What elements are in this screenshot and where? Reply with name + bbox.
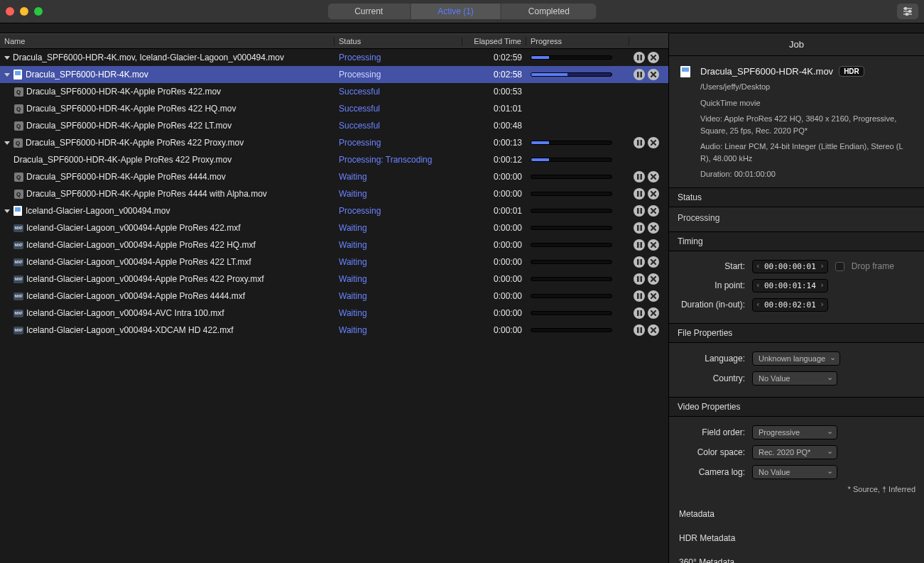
job-row[interactable]: MXFIceland-Glacier-Lagoon_v000494-Apple … xyxy=(0,253,668,270)
svg-rect-30 xyxy=(637,225,639,231)
pause-button[interactable] xyxy=(634,239,645,251)
row-name: Dracula_SPF6000-HDR-4K-Apple ProRes 422 … xyxy=(13,155,232,165)
file-name: Dracula_SPF6000-HDR-4K.mov xyxy=(700,66,833,77)
inspector-toggle-button[interactable] xyxy=(897,4,918,19)
close-window-button[interactable] xyxy=(6,7,14,16)
pause-button[interactable] xyxy=(634,324,645,336)
start-stepper[interactable]: 00:00:00:01 xyxy=(752,260,828,273)
mov-file-icon xyxy=(13,206,23,216)
drop-frame-label: Drop frame xyxy=(852,261,894,271)
disclosure-triangle-icon[interactable] xyxy=(4,56,10,60)
cancel-button[interactable] xyxy=(648,239,659,251)
minimize-window-button[interactable] xyxy=(20,7,28,16)
job-row[interactable]: MXFIceland-Glacier-Lagoon_v000494-AVC In… xyxy=(0,305,668,322)
videoprops-footnote: * Source, † Inferred xyxy=(678,485,915,493)
svg-rect-18 xyxy=(637,174,639,180)
threesixty-metadata-section-header[interactable]: 360° Metadata xyxy=(669,550,924,564)
metadata-section-header[interactable]: Metadata xyxy=(669,502,924,526)
progress-bar xyxy=(531,158,612,162)
cancel-button[interactable] xyxy=(648,137,659,148)
row-status: Waiting xyxy=(335,240,462,250)
language-select[interactable]: Unknown language xyxy=(752,351,840,366)
column-status[interactable]: Status xyxy=(335,37,462,45)
pause-icon xyxy=(637,208,642,214)
cancel-button[interactable] xyxy=(648,52,659,63)
pause-icon xyxy=(637,174,642,180)
zoom-window-button[interactable] xyxy=(34,7,43,16)
tab-completed[interactable]: Completed xyxy=(501,4,597,19)
svg-rect-14 xyxy=(637,140,639,146)
inpoint-stepper[interactable]: 00:00:01:14 xyxy=(752,279,828,293)
job-row[interactable]: MXFIceland-Glacier-Lagoon_v000494-Apple … xyxy=(0,236,668,253)
job-row[interactable]: Dracula_SPF6000-HDR-4K-Apple ProRes 422 … xyxy=(0,151,668,168)
job-row[interactable]: QDracula_SPF6000-HDR-4K-Apple ProRes 422… xyxy=(0,83,668,100)
disclosure-triangle-icon[interactable] xyxy=(4,73,10,77)
svg-rect-27 xyxy=(640,208,642,214)
column-name[interactable]: Name xyxy=(0,37,335,45)
row-name: Iceland-Glacier-Lagoon_v000494-Apple Pro… xyxy=(26,223,241,233)
tab-current[interactable]: Current xyxy=(327,4,411,19)
pause-button[interactable] xyxy=(634,52,645,63)
duration-stepper[interactable]: 00:00:02:01 xyxy=(752,298,828,312)
progress-bar xyxy=(531,226,612,230)
cancel-button[interactable] xyxy=(648,171,659,182)
hdr-badge: HDR xyxy=(839,66,864,77)
column-elapsed[interactable]: Elapsed Time xyxy=(462,37,526,45)
tab-active[interactable]: Active (1) xyxy=(411,4,501,19)
pause-button[interactable] xyxy=(634,69,645,80)
cancel-button[interactable] xyxy=(648,205,659,217)
job-row[interactable]: Dracula_SPF6000-HDR-4K.movProcessing0:02… xyxy=(0,66,668,83)
cancel-icon xyxy=(651,242,656,248)
cancel-button[interactable] xyxy=(648,69,659,80)
pause-icon xyxy=(637,140,642,146)
pause-button[interactable] xyxy=(634,222,645,234)
queue-tab-switcher: Current Active (1) Completed xyxy=(327,4,597,19)
country-select[interactable]: No Value xyxy=(752,371,837,386)
job-row[interactable]: QDracula_SPF6000-HDR-4K-Apple ProRes 444… xyxy=(0,185,668,202)
disclosure-triangle-icon[interactable] xyxy=(4,209,10,213)
pause-button[interactable] xyxy=(634,307,645,319)
cancel-button[interactable] xyxy=(648,324,659,336)
cancel-button[interactable] xyxy=(648,188,659,199)
job-row[interactable]: MXFIceland-Glacier-Lagoon_v000494-XDCAM … xyxy=(0,322,668,339)
pause-button[interactable] xyxy=(634,256,645,268)
pause-button[interactable] xyxy=(634,137,645,148)
cancel-button[interactable] xyxy=(648,290,659,302)
fieldorder-select[interactable]: Progressive xyxy=(752,425,837,439)
disclosure-triangle-icon[interactable] xyxy=(4,141,10,145)
pause-button[interactable] xyxy=(634,205,645,217)
q-file-icon: Q xyxy=(13,104,23,114)
cancel-button[interactable] xyxy=(648,273,659,285)
job-row[interactable]: MXFIceland-Glacier-Lagoon_v000494-Apple … xyxy=(0,270,668,288)
pause-button[interactable] xyxy=(634,290,645,302)
drop-frame-checkbox[interactable] xyxy=(835,262,844,271)
pause-icon xyxy=(637,242,642,248)
toolbar-spacer xyxy=(0,23,924,33)
column-progress[interactable]: Progress xyxy=(526,37,629,45)
cancel-button[interactable] xyxy=(648,222,659,234)
cameralog-select[interactable]: No Value xyxy=(752,465,837,479)
pause-button[interactable] xyxy=(634,273,645,285)
svg-rect-22 xyxy=(637,191,639,197)
colorspace-select[interactable]: Rec. 2020 PQ* xyxy=(752,445,837,459)
job-row[interactable]: QDracula_SPF6000-HDR-4K-Apple ProRes 422… xyxy=(0,117,668,134)
progress-bar xyxy=(531,72,612,77)
job-row[interactable]: MXFIceland-Glacier-Lagoon_v000494-Apple … xyxy=(0,219,668,236)
job-row[interactable]: QDracula_SPF6000-HDR-4K-Apple ProRes 422… xyxy=(0,100,668,117)
pause-button[interactable] xyxy=(634,188,645,199)
cancel-button[interactable] xyxy=(648,256,659,268)
row-name: Iceland-Glacier-Lagoon_v000494-Apple Pro… xyxy=(26,274,264,284)
job-row[interactable]: Iceland-Glacier-Lagoon_v000494.movProces… xyxy=(0,202,668,219)
hdr-metadata-section-header[interactable]: HDR Metadata xyxy=(669,526,924,550)
job-row[interactable]: MXFIceland-Glacier-Lagoon_v000494-Apple … xyxy=(0,288,668,305)
pause-button[interactable] xyxy=(634,171,645,182)
q-file-icon: Q xyxy=(13,189,23,199)
job-row[interactable]: QDracula_SPF6000-HDR-4K-Apple ProRes 444… xyxy=(0,168,668,185)
pause-icon xyxy=(637,276,642,282)
svg-rect-54 xyxy=(637,327,639,333)
row-elapsed: 0:00:00 xyxy=(462,325,526,335)
cancel-button[interactable] xyxy=(648,307,659,319)
row-status: Waiting xyxy=(335,257,462,267)
job-row[interactable]: Dracula_SPF6000-HDR-4K.mov, Iceland-Glac… xyxy=(0,49,668,66)
job-row[interactable]: QDracula_SPF6000-HDR-4K-Apple ProRes 422… xyxy=(0,134,668,151)
